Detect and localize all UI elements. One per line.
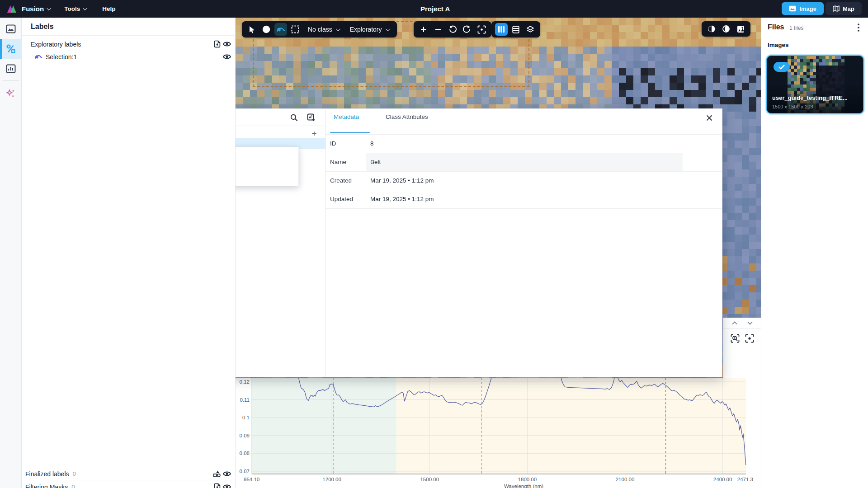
- chart-band-region: [252, 378, 396, 474]
- chart-side-controls: [723, 318, 761, 378]
- spectral-plot[interactable]: 0.070.080.090.10.110.12954.101200.001500…: [236, 378, 761, 488]
- visibility-eye-icon[interactable]: [222, 52, 232, 62]
- map-view-button[interactable]: Map: [826, 2, 862, 15]
- images-section-title: Images: [768, 42, 789, 48]
- visibility-eye-icon[interactable]: [222, 482, 232, 488]
- finalized-labels-label: Finalized labels: [25, 470, 69, 478]
- columns-view-button-active[interactable]: [495, 23, 508, 36]
- labels-panel-title: Labels: [31, 23, 54, 31]
- zoom-region-icon[interactable]: [731, 334, 740, 343]
- finalized-labels-row[interactable]: Finalized labels 0: [22, 468, 236, 480]
- rail-divider: [3, 80, 19, 81]
- x-tick-label: 2400.00: [713, 477, 732, 482]
- visibility-eye-icon[interactable]: [222, 39, 232, 49]
- annotation-toolbar: No class Exploratory: [242, 21, 397, 38]
- labels-panel: Labels Exploratory labels Selection:1 Fi…: [22, 18, 236, 488]
- collapse-down-icon[interactable]: [747, 321, 753, 325]
- file-dimensions: 1500 x 1500 x 208: [772, 104, 813, 109]
- visibility-eye-icon[interactable]: [222, 469, 232, 479]
- exploratory-labels-row[interactable]: Exploratory labels: [22, 38, 236, 50]
- x-tick-label: 1800.00: [518, 477, 537, 482]
- metadata-key: ID: [330, 140, 336, 147]
- metadata-value: Mar 19, 2025 • 1:12 pm: [370, 177, 434, 184]
- x-tick-label: 1200.00: [322, 477, 341, 482]
- class-dropdown[interactable]: No class: [303, 26, 344, 33]
- tab-metadata[interactable]: Metadata: [334, 113, 359, 120]
- export-masks-icon[interactable]: [212, 482, 222, 488]
- images-rail-button[interactable]: [0, 19, 22, 39]
- chevron-down-icon: [83, 6, 87, 10]
- rows-view-button[interactable]: [509, 23, 522, 36]
- x-tick-label: 1500.00: [420, 477, 439, 482]
- x-tick-label: 954.10: [244, 477, 259, 482]
- fusion-app: { "accent_color": "#2ba7f0", "top_bar": …: [0, 0, 868, 488]
- x-tick-label: 2471.3: [737, 477, 753, 482]
- exploratory-labels-label: Exploratory labels: [31, 41, 81, 48]
- contrast-icon[interactable]: [720, 23, 732, 35]
- label-mode-dropdown[interactable]: Exploratory: [345, 26, 393, 33]
- scribble-tool-selected[interactable]: [274, 23, 287, 36]
- active-tab-underline: [330, 132, 370, 133]
- image-view-button[interactable]: Image: [782, 2, 824, 15]
- rotate-cw-button[interactable]: [461, 23, 473, 36]
- kebab-menu-icon[interactable]: [854, 22, 863, 33]
- cursor-tool[interactable]: [245, 23, 258, 36]
- analytics-rail-button[interactable]: [0, 59, 22, 79]
- chevron-down-icon: [385, 27, 390, 31]
- y-tick-label: 0.12: [240, 379, 250, 385]
- top-menu-bar: Fusion Tools Help Project A Image Map: [0, 0, 868, 18]
- file-name: user_guide_testing_ITRE...: [772, 94, 860, 101]
- app-name: Fusion: [22, 5, 44, 13]
- tools-menu[interactable]: Tools: [60, 5, 90, 12]
- invert-image-icon[interactable]: [734, 23, 747, 35]
- filtering-masks-row[interactable]: Filtering Masks 0: [22, 481, 236, 488]
- search-icon[interactable]: [288, 112, 299, 123]
- filtering-masks-label: Filtering Masks: [25, 483, 68, 488]
- circle-brush-tool[interactable]: [260, 23, 273, 36]
- image-file-card[interactable]: user_guide_testing_ITRE... 1500 x 1500 x…: [766, 55, 864, 114]
- x-axis-title: Wavelength (nm): [504, 483, 543, 488]
- metadata-row-name: NameBelt: [326, 153, 722, 172]
- add-label-type-button[interactable]: +: [309, 129, 319, 139]
- x-tick-label: 2100.00: [616, 477, 635, 482]
- scribble-icon: [34, 54, 42, 60]
- metadata-value: Mar 19, 2025 • 1:12 pm: [370, 196, 434, 202]
- zoom-in-button[interactable]: [417, 23, 430, 36]
- chart-band-region: [396, 378, 746, 474]
- labeling-rail-button[interactable]: [0, 39, 22, 59]
- fusion-menu[interactable]: Fusion: [17, 5, 54, 13]
- fusion-logo-icon: [6, 4, 17, 14]
- files-panel: Files 1 files Images user_guide_testing_…: [761, 18, 868, 488]
- marquee-select-tool[interactable]: [289, 23, 302, 36]
- metadata-pane: Metadata Class Attributes ID8NameBeltCre…: [326, 109, 722, 377]
- ai-sparkles-rail-button[interactable]: [0, 84, 22, 103]
- metadata-key: Updated: [330, 196, 353, 202]
- selected-check-badge[interactable]: [774, 62, 790, 72]
- close-icon[interactable]: [704, 113, 714, 123]
- chevron-down-icon: [47, 6, 51, 10]
- shapes-icon[interactable]: [212, 469, 222, 479]
- metadata-row-updated: UpdatedMar 19, 2025 • 1:12 pm: [326, 190, 722, 209]
- display-adjust-toolbar: [702, 21, 750, 37]
- files-panel-title: Files: [768, 23, 784, 31]
- dither-brightness-icon[interactable]: [705, 23, 718, 35]
- files-count: 1 files: [789, 25, 803, 31]
- y-tick-label: 0.11: [240, 397, 250, 403]
- focus-area-icon[interactable]: [745, 334, 754, 343]
- add-label-class-icon[interactable]: [306, 112, 316, 123]
- metadata-row-created: CreatedMar 19, 2025 • 1:12 pm: [326, 172, 722, 190]
- view-toggle: Image Map: [782, 2, 862, 15]
- selection-1-label: Selection:1: [46, 53, 77, 61]
- rotate-ccw-button[interactable]: [446, 23, 459, 36]
- export-labels-icon[interactable]: [212, 39, 222, 49]
- chevron-down-icon: [336, 27, 340, 31]
- tab-class-attributes[interactable]: Class Attributes: [386, 113, 428, 120]
- fit-view-button[interactable]: [475, 23, 488, 36]
- collapse-up-icon[interactable]: [732, 321, 737, 325]
- metadata-key: Name: [330, 159, 346, 165]
- y-tick-label: 0.07: [240, 469, 250, 474]
- zoom-out-button[interactable]: [432, 23, 444, 36]
- help-menu[interactable]: Help: [98, 5, 120, 12]
- layers-button[interactable]: [524, 23, 537, 36]
- selection-1-row[interactable]: Selection:1: [22, 51, 236, 63]
